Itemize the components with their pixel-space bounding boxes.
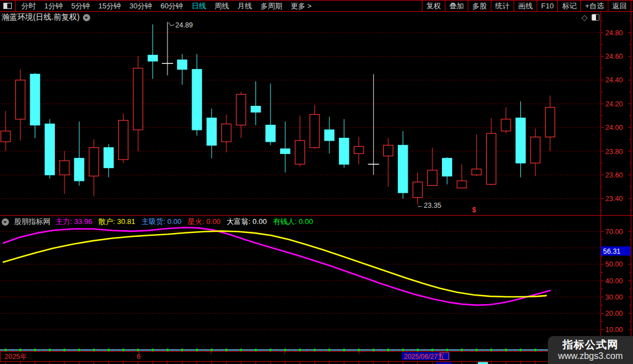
gridlines [0,32,601,329]
marker-dot [505,349,508,352]
candle-body [148,55,157,62]
toolbar-button-1[interactable]: 复权 [422,1,445,11]
marker-dot [328,349,331,352]
marker-dot [284,349,287,352]
candle-body [324,130,334,141]
candle-body [339,138,349,165]
marker-dot [431,349,434,352]
period-tab-8[interactable]: 周线 [215,1,229,11]
period-tab-2[interactable]: 1分钟 [44,1,63,11]
marker-dot [92,349,95,352]
candle-body [354,147,364,154]
marker-dot [63,349,66,352]
marker-dot [19,349,22,352]
candle-body [295,141,305,164]
candle-body [530,137,540,164]
toolbar-button-9[interactable]: 返回 [608,1,631,11]
price-tick-label: 24.00 [606,124,623,132]
period-tab-9[interactable]: 月线 [238,1,252,11]
period-tab-1[interactable]: 分时 [21,1,36,11]
candle-body [443,158,452,176]
year-label: 2025年 [4,353,27,361]
indicator-value-1: 主力: 33.96 [55,217,92,227]
toolbar-button-6[interactable]: F10 [537,1,557,11]
candlestick-series [1,22,555,204]
candle-body [427,170,437,186]
top-toolbar: 分时1分钟5分钟15分钟30分钟60分钟日线周线月线多周期更多 > 复权叠加多股… [0,0,633,12]
indicator-value-5: 大富翁: 0.00 [227,217,267,227]
marker-dot [108,349,110,352]
marker-dot [4,349,7,352]
period-tab-11[interactable]: 更多 > [291,1,311,11]
selected-date-label: 2025/06/27五 [404,353,444,361]
chart-canvas[interactable]: 24.89←23.35$24.8024.6024.4024.2024.0023.… [0,0,633,364]
next-panel-sliver [6,362,594,364]
candle-body [207,118,216,146]
period-tab-10[interactable]: 多周期 [260,1,282,11]
marker-dot [372,349,375,352]
period-tab-5[interactable]: 30分钟 [129,1,152,11]
chart-title-row: 瀚蓝环境(日线.前复权) [2,12,90,22]
period-menu: 分时1分钟5分钟15分钟30分钟60分钟日线周线月线多周期更多 > [21,1,311,11]
indicator-axis: 70.0050.0040.0030.0020.0010.00 [601,228,631,334]
toolbar-button-8[interactable]: +自选 [580,1,608,11]
marker-dot [402,349,404,352]
candle-body [60,161,69,175]
marker-dot [387,349,390,352]
candle-body [413,182,422,198]
period-tab-4[interactable]: 15分钟 [98,1,120,11]
indicator-value-2: 散户: 30.81 [99,217,136,227]
toolbar-button-7[interactable]: 标记 [557,1,580,11]
toolbar-button-4[interactable]: 统计 [491,1,514,11]
indicator-collapse-icon[interactable] [2,218,9,226]
marker-dot [151,349,154,352]
candle-body [104,148,113,168]
action-menu: 复权叠加多股统计画线F10标记+自选返回 [422,1,631,11]
price-tick-label: 24.60 [606,53,623,60]
candle-body [545,108,555,137]
candle-body [75,158,84,181]
price-tick-label: 23.40 [606,195,623,203]
candle-body [472,169,481,175]
watermark-title: 指标公式网 [562,339,618,351]
toolbar-button-5[interactable]: 画线 [514,1,537,11]
toolbar-button-2[interactable]: 叠加 [445,1,468,11]
indicator-tick-label: 50.00 [606,260,623,268]
period-tab-7[interactable]: 日线 [192,1,206,11]
period-tab-3[interactable]: 5分钟 [71,1,90,11]
high-leader-line [169,22,174,26]
candle-body [486,133,496,184]
candle-body [89,148,99,176]
low-price-label: ←23.35 [417,202,441,209]
marker-dot [343,349,346,352]
diamond-icon[interactable]: ◇ [581,13,588,22]
marker-dot [313,349,316,352]
marker-dot [122,349,125,352]
marker-dot [196,349,198,352]
marker-dot [240,349,243,352]
candle-body [457,181,467,188]
indicator-value-6: 有钱人: 0.00 [273,217,313,227]
candle-body [30,74,40,125]
title-dropdown-icon[interactable] [83,14,90,21]
price-tick-label: 23.80 [606,148,623,156]
indicator-value-4: 星火: 0.00 [188,217,221,227]
toolbar-button-3[interactable]: 多股 [468,1,491,11]
marker-dot [534,349,537,352]
marker-dot [181,349,184,352]
marker-dot [446,349,449,352]
candle-body [501,119,511,131]
indicator-source-label: 股朋指标网 [14,217,50,227]
candle-body [384,145,393,156]
candle-body [266,125,275,142]
panel-layout-icon[interactable] [592,14,599,21]
title-window-icons: ◇ [581,13,599,22]
indicator-value-3: 主吸货: 0.00 [142,217,182,227]
layout-toggle-button[interactable] [0,1,16,11]
stock-title: 瀚蓝环境(日线.前复权) [2,12,80,22]
period-tab-6[interactable]: 60分钟 [160,1,183,11]
price-tick-label: 24.20 [606,100,623,108]
marker-dot [299,349,301,352]
candle-body [133,68,143,130]
marker-dot [166,349,169,352]
